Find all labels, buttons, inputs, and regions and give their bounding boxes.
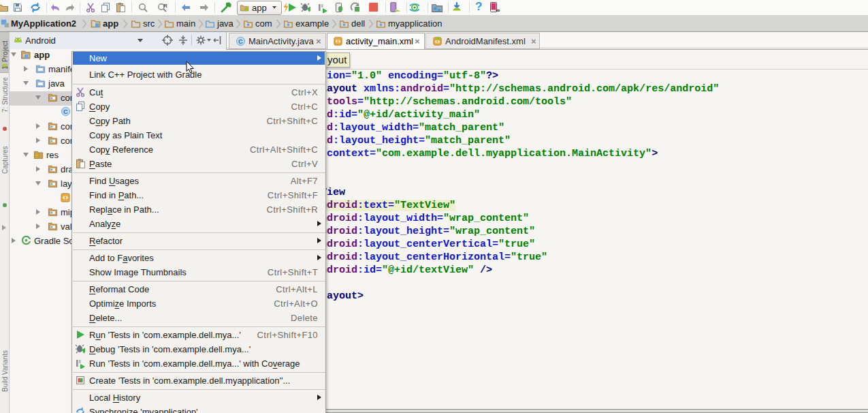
- svg-text:∞: ∞: [496, 7, 500, 14]
